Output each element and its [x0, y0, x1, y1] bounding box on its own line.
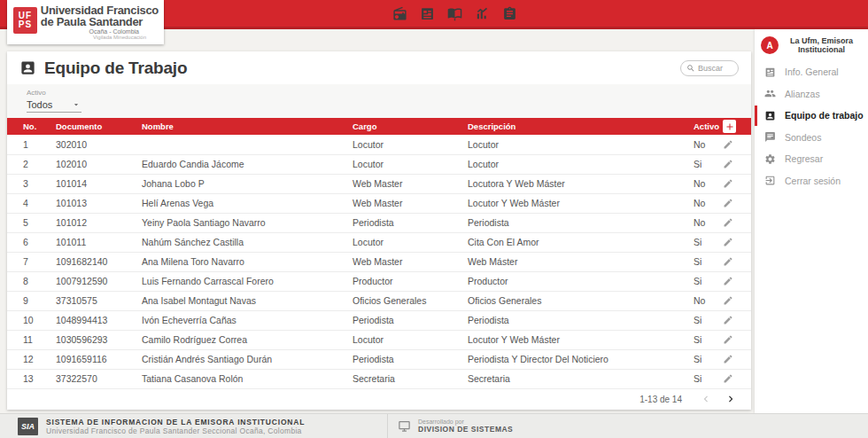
monitor-icon — [398, 419, 411, 433]
column-header-no: No. — [7, 118, 43, 135]
table-row: 4 101013 Helí Arenas Vega Web Master Loc… — [7, 193, 751, 213]
cell-no: 5 — [7, 213, 43, 232]
page-title: Equipo de Trabajo — [44, 59, 187, 78]
column-header-nombre: Nombre — [128, 118, 338, 135]
cell-descripcion: Locutor Y Web Máster — [453, 193, 682, 213]
cell-descripcion: Cita Con El Amor — [453, 232, 682, 252]
cell-documento: 1007912590 — [43, 271, 128, 291]
edit-row-button[interactable] — [723, 315, 733, 325]
sia-logo: SIA — [18, 418, 38, 435]
table-row: 8 1007912590 Luis Fernando Carrascal For… — [7, 271, 751, 291]
table-row: 6 101011 Nahúm Sánchez Castilla Locutor … — [7, 232, 751, 252]
cell-cargo: Locutor — [338, 154, 453, 174]
cell-descripcion: Locutor Y Web Máster — [453, 330, 682, 349]
sidebar-item-label: Sondeos — [785, 132, 821, 143]
search-box[interactable] — [680, 60, 739, 76]
newspaper-icon[interactable] — [420, 6, 435, 21]
cell-nombre: Nahúm Sánchez Castilla — [128, 232, 338, 252]
notes-icon[interactable] — [502, 6, 517, 21]
footer: SIA SISTEMA DE INFORMACION DE LA EMISORA… — [0, 413, 868, 438]
sidebar-item-equipo-de-trabajo[interactable]: Equipo de trabajo — [755, 105, 868, 127]
pencil-icon — [723, 217, 733, 228]
cell-activo: Si — [682, 310, 716, 330]
lectern-icon[interactable] — [447, 6, 462, 21]
cell-descripcion: Periodista — [453, 310, 682, 330]
cell-cargo: Secretaria — [338, 369, 453, 388]
cell-no: 11 — [7, 330, 43, 349]
table-row: 11 1030596293 Camilo Rodríguez Correa Lo… — [7, 330, 751, 349]
edit-row-button[interactable] — [723, 373, 733, 384]
filter-value: Todos — [27, 99, 52, 110]
chevron-right-icon — [725, 393, 737, 405]
search-input[interactable] — [698, 64, 737, 73]
cell-cargo: Periodista — [338, 213, 453, 232]
cell-no: 3 — [7, 174, 43, 193]
edit-row-button[interactable] — [723, 354, 733, 364]
cell-cargo: Web Master — [338, 252, 453, 271]
pagination-next-button[interactable] — [725, 393, 737, 405]
card-header: Equipo de Trabajo — [7, 51, 751, 84]
cell-activo: Si — [682, 154, 716, 174]
cell-descripcion: Locutor — [453, 135, 682, 154]
sidebar-item-info-general[interactable]: Info. General — [755, 61, 868, 83]
filter-bar: Activo Todos — [7, 84, 751, 118]
avatar[interactable]: A — [761, 36, 779, 54]
add-member-button[interactable] — [723, 120, 736, 133]
edit-row-button[interactable] — [723, 159, 733, 169]
edit-row-button[interactable] — [723, 178, 733, 189]
edit-row-button[interactable] — [723, 198, 733, 208]
cell-no: 1 — [7, 135, 43, 154]
cell-nombre: Ana Isabel Montagut Navas — [128, 291, 338, 310]
cell-documento: 37310575 — [43, 291, 128, 310]
table-row: 5 101012 Yeiny Paola Santiago Navarro Pe… — [7, 213, 751, 232]
cell-cargo: Locutor — [338, 330, 453, 349]
sidebar-item-label: Alianzas — [785, 89, 820, 99]
column-header-documento: Documento — [43, 118, 128, 135]
cell-documento: 101011 — [43, 232, 128, 252]
cell-no: 6 — [7, 232, 43, 252]
pencil-icon — [723, 295, 733, 306]
cell-cargo: Periodista — [338, 310, 453, 330]
cell-documento: 37322570 — [43, 369, 128, 388]
cell-activo: No — [682, 135, 716, 154]
pencil-icon — [723, 354, 733, 364]
edit-row-button[interactable] — [723, 217, 733, 228]
radio-icon[interactable] — [392, 6, 407, 21]
activo-filter-dropdown[interactable]: Todos — [27, 98, 81, 113]
pencil-icon — [723, 276, 733, 286]
cell-no: 4 — [7, 193, 43, 213]
cell-descripcion: Productor — [453, 271, 682, 291]
cell-nombre: Camilo Rodríguez Correa — [128, 330, 338, 349]
cell-documento: 302010 — [43, 135, 128, 154]
pencil-icon — [723, 373, 733, 384]
cell-nombre: Eduardo Candia Jácome — [128, 154, 338, 174]
sidebar-item-cerrar-sesion[interactable]: Cerrar sesión — [755, 170, 868, 192]
team-table: No. Documento Nombre Cargo Descripción A… — [7, 118, 751, 389]
stats-icon[interactable] — [475, 6, 490, 21]
cell-descripcion: Periodista — [453, 213, 682, 232]
cell-activo: No — [682, 213, 716, 232]
cell-activo: Si — [682, 349, 716, 369]
pencil-icon — [723, 159, 733, 169]
cell-cargo: Web Master — [338, 174, 453, 193]
cell-cargo: Web Master — [338, 193, 453, 213]
edit-row-button[interactable] — [723, 295, 733, 306]
cell-nombre: Cristián Andrés Santiago Durán — [128, 349, 338, 369]
edit-row-button[interactable] — [723, 256, 733, 267]
sidebar-item-regresar[interactable]: Regresar — [755, 148, 868, 170]
cell-cargo: Locutor — [338, 135, 453, 154]
cell-no: 13 — [7, 369, 43, 388]
cell-activo: Si — [682, 271, 716, 291]
edit-row-button[interactable] — [723, 139, 733, 150]
sidebar-item-alianzas[interactable]: Alianzas — [755, 83, 868, 106]
filter-label: Activo — [27, 89, 751, 97]
sidebar-item-sondeos[interactable]: Sondeos — [755, 127, 868, 149]
pagination-prev-button[interactable] — [700, 393, 712, 405]
edit-row-button[interactable] — [723, 334, 733, 345]
cell-documento: 1030596293 — [43, 330, 128, 349]
edit-row-button[interactable] — [723, 276, 733, 286]
pencil-icon — [723, 256, 733, 267]
cell-documento: 1091659116 — [43, 349, 128, 369]
edit-row-button[interactable] — [723, 237, 733, 247]
table-row: 13 37322570 Tatiana Casanova Rolón Secre… — [7, 369, 751, 388]
